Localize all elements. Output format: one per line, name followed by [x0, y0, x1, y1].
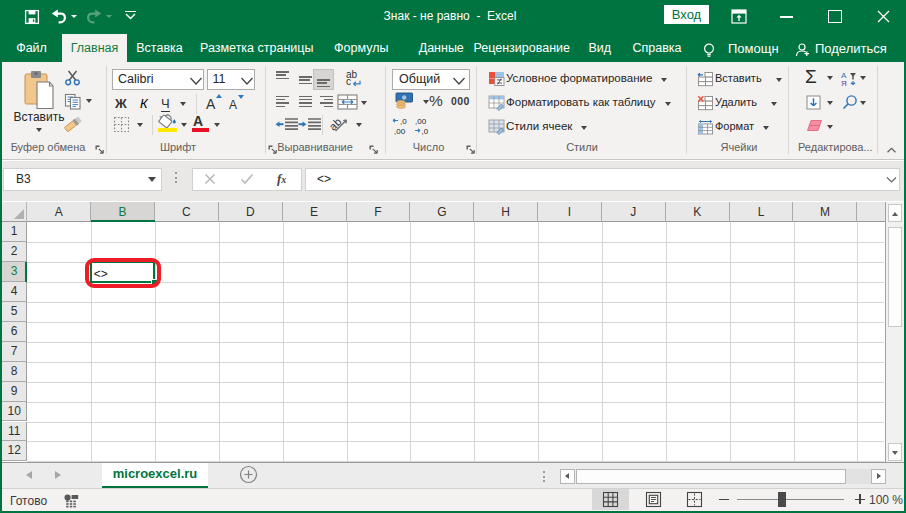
svg-text:,0: ,0 — [422, 127, 429, 136]
svg-text:Я: Я — [841, 79, 847, 87]
svg-text:,00: ,00 — [394, 127, 406, 136]
svg-text:,00: ,00 — [415, 117, 427, 126]
svg-text:,0: ,0 — [400, 117, 407, 126]
